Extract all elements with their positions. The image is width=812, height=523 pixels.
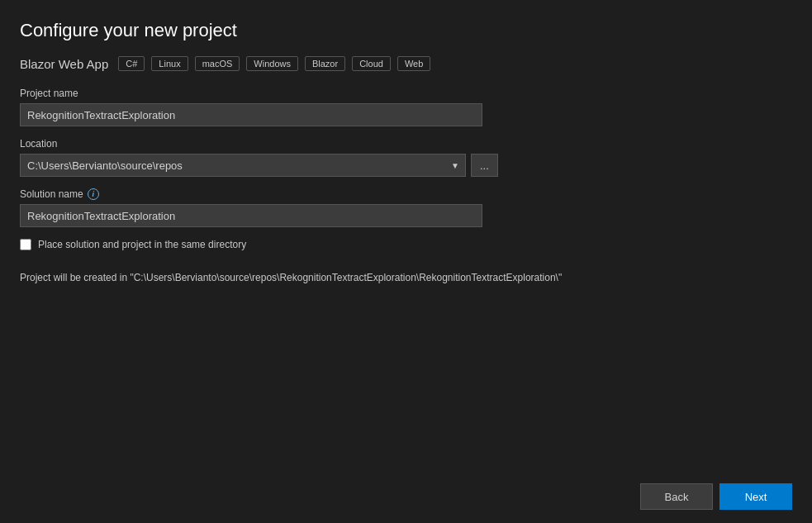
tag-windows: Windows [246,56,298,71]
location-label: Location [20,138,792,150]
footer: Back Next [20,473,792,523]
form-section: Project name Location C:\Users\Bervianto… [20,88,792,473]
project-name-label: Project name [20,88,792,99]
solution-name-label-row: Solution name i [20,188,792,200]
tag-cloud: Cloud [352,56,391,71]
same-directory-checkbox[interactable] [20,239,31,250]
location-select[interactable]: C:\Users\Bervianto\source\repos [20,154,466,177]
solution-name-label: Solution name [20,188,83,200]
page-title: Configure your new project [20,20,792,41]
location-select-wrapper: C:\Users\Bervianto\source\repos ▼ [20,154,466,177]
next-button[interactable]: Next [719,483,792,510]
project-path-info: Project will be created in "C:\Users\Ber… [20,270,792,286]
tag-macos: macOS [195,56,240,71]
back-button[interactable]: Back [640,483,713,510]
location-group: Location C:\Users\Bervianto\source\repos… [20,138,792,177]
tag-web: Web [397,56,430,71]
template-name: Blazor Web App [20,57,108,71]
solution-name-group: Solution name i [20,188,792,227]
tag-linux: Linux [151,56,188,71]
tag-csharp: C# [118,56,145,71]
same-directory-label[interactable]: Place solution and project in the same d… [38,239,246,250]
info-icon[interactable]: i [88,188,99,200]
same-directory-row: Place solution and project in the same d… [20,239,792,250]
project-name-input[interactable] [20,103,482,126]
project-name-group: Project name [20,88,792,126]
location-row: C:\Users\Bervianto\source\repos ▼ ... [20,154,792,177]
browse-button[interactable]: ... [471,154,498,177]
tag-blazor: Blazor [305,56,345,71]
template-row: Blazor Web App C# Linux macOS Windows Bl… [20,56,792,71]
page-container: Configure your new project Blazor Web Ap… [0,0,812,523]
solution-name-input[interactable] [20,204,482,227]
